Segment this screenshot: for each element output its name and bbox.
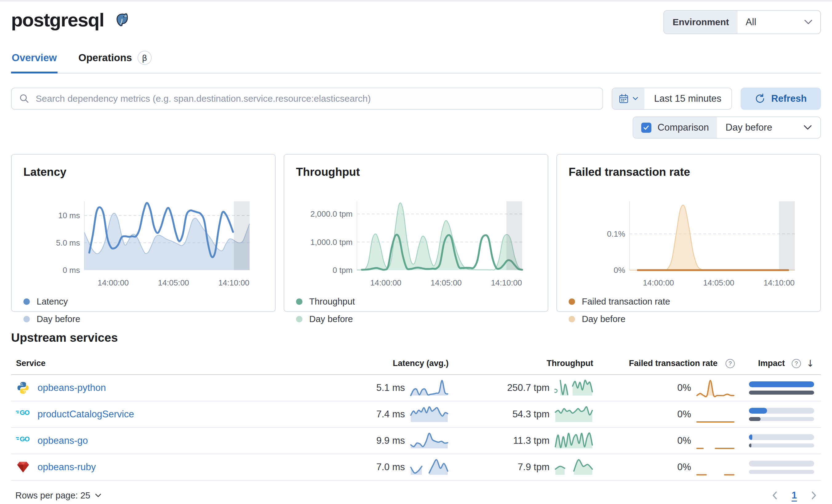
previous-page-button[interactable] — [772, 491, 778, 500]
chart-title: Latency — [23, 166, 263, 178]
throughput-value: 7.9 tpm — [518, 461, 549, 473]
latency-sparkline — [410, 405, 449, 424]
sort-desc-icon: ↓ — [806, 358, 814, 369]
throughput-value: 11.3 tpm — [513, 435, 549, 446]
search-input[interactable] — [35, 93, 595, 104]
failed-rate-chart[interactable]: 0.1%0%14:00:0014:05:0014:10:00 — [569, 196, 809, 290]
page-number[interactable]: 1 — [792, 490, 797, 501]
search-icon — [19, 93, 29, 104]
page-title: postgresql — [11, 9, 104, 31]
column-impact[interactable]: Impact?↓ — [735, 353, 821, 374]
svg-text:14:10:00: 14:10:00 — [763, 278, 795, 287]
legend-item[interactable]: Day before — [569, 314, 809, 324]
legend-item[interactable]: Latency — [23, 297, 263, 307]
latency-card: Latency 10 ms5.0 ms0 ms14:00:0014:05:001… — [11, 154, 276, 312]
svg-text:14:10:00: 14:10:00 — [491, 278, 522, 287]
next-page-button[interactable] — [811, 491, 816, 500]
table-row: GO productCatalogService 7.4 ms 54.3 tpm… — [11, 401, 821, 428]
failed-rate-sparkline — [696, 457, 735, 477]
svg-text:14:00:00: 14:00:00 — [643, 278, 674, 287]
svg-text:14:10:00: 14:10:00 — [218, 278, 249, 287]
legend-dot — [23, 299, 30, 305]
impact-bars — [749, 461, 814, 474]
refresh-button[interactable]: Refresh — [740, 88, 821, 110]
toolbar: Last 15 minutes Refresh — [11, 88, 821, 110]
chevron-down-icon — [804, 20, 812, 25]
time-range-picker[interactable]: Last 15 minutes — [612, 88, 732, 110]
legend-item[interactable]: Day before — [296, 314, 536, 324]
svg-text:10 ms: 10 ms — [58, 211, 80, 220]
svg-text:GO: GO — [20, 435, 29, 443]
svg-text:0%: 0% — [614, 265, 625, 275]
failed-rate-sparkline — [696, 378, 735, 397]
ruby-icon — [16, 460, 30, 474]
latency-value: 7.0 ms — [376, 461, 405, 473]
calendar-icon — [619, 93, 629, 104]
tab-bar: Overview Operations β — [11, 46, 821, 74]
latency-chart[interactable]: 10 ms5.0 ms0 ms14:00:0014:05:0014:10:00 — [23, 196, 263, 290]
svg-text:14:00:00: 14:00:00 — [370, 278, 401, 287]
impact-bars — [749, 434, 814, 447]
column-failed-rate[interactable]: Failed transaction rate? — [593, 354, 735, 374]
latency-value: 5.1 ms — [376, 382, 405, 393]
legend-dot — [23, 316, 30, 323]
calendar-menu[interactable] — [612, 88, 644, 109]
comparison-select[interactable]: Day before — [717, 117, 820, 138]
svg-text:14:05:00: 14:05:00 — [431, 278, 462, 287]
latency-sparkline — [410, 457, 449, 477]
legend-item[interactable]: Failed transaction rate — [569, 297, 809, 307]
table-header: Service Latency (avg.) Throughput Failed… — [11, 353, 821, 375]
failed-rate-sparkline — [696, 405, 735, 424]
refresh-icon — [755, 93, 765, 104]
failed-rate-card: Failed transaction rate 0.1%0%14:00:0014… — [556, 154, 821, 312]
column-latency[interactable]: Latency (avg.) — [316, 354, 449, 374]
comparison-checkbox-group[interactable]: Comparison — [633, 117, 717, 138]
svg-text:5.0 ms: 5.0 ms — [56, 238, 80, 247]
environment-value: All — [746, 17, 756, 28]
service-link[interactable]: opbeans-go — [37, 435, 88, 446]
time-range-value[interactable]: Last 15 minutes — [644, 88, 731, 109]
svg-text:14:05:00: 14:05:00 — [703, 278, 734, 287]
legend-dot — [296, 316, 303, 323]
help-icon[interactable]: ? — [726, 359, 735, 368]
section-title: Upstream services — [11, 331, 821, 344]
throughput-card: Throughput 2,000.0 tpm1,000.0 tpm0 tpm14… — [284, 154, 548, 312]
tab-overview[interactable]: Overview — [11, 46, 57, 74]
svg-text:2,000.0 tpm: 2,000.0 tpm — [310, 209, 353, 219]
legend-item[interactable]: Throughput — [296, 297, 536, 307]
comparison-control: Comparison Day before — [633, 116, 821, 139]
environment-select[interactable]: Environment All — [664, 10, 821, 34]
table-row: opbeans-python 5.1 ms 250.7 tpm 0% — [11, 375, 821, 401]
legend-item[interactable]: Day before — [23, 314, 263, 324]
throughput-chart[interactable]: 2,000.0 tpm1,000.0 tpm0 tpm14:00:0014:05… — [296, 196, 536, 290]
search-box[interactable] — [11, 88, 603, 110]
chart-title: Failed transaction rate — [569, 166, 809, 178]
throughput-sparkline — [554, 405, 593, 424]
help-icon[interactable]: ? — [792, 359, 801, 368]
rows-per-page-selector[interactable]: Rows per page: 25 — [16, 491, 101, 501]
throughput-sparkline — [554, 431, 593, 450]
postgresql-icon — [113, 12, 130, 29]
comparison-checkbox[interactable] — [641, 122, 651, 133]
legend-dot — [296, 299, 303, 305]
go-icon: GO — [16, 433, 30, 448]
impact-bars — [749, 382, 814, 395]
comparison-label: Comparison — [657, 122, 709, 133]
svg-text:0 tpm: 0 tpm — [333, 265, 353, 275]
page-header: postgresql Environment All — [11, 2, 821, 34]
tab-operations[interactable]: Operations β — [78, 46, 152, 74]
service-link[interactable]: opbeans-python — [37, 382, 106, 393]
column-throughput[interactable]: Throughput — [449, 354, 593, 374]
table-row: GO opbeans-go 9.9 ms 11.3 tpm 0% — [11, 428, 821, 454]
throughput-sparkline — [554, 378, 593, 397]
svg-text:GO: GO — [20, 409, 29, 416]
service-link[interactable]: productCatalogService — [37, 409, 134, 420]
table-footer: Rows per page: 25 1 — [11, 490, 821, 504]
service-link[interactable]: opbeans-ruby — [37, 461, 96, 473]
failed-rate-value: 0% — [677, 409, 691, 420]
metric-cards: Latency 10 ms5.0 ms0 ms14:00:0014:05:001… — [11, 154, 821, 312]
upstream-services-section: Upstream services Service Latency (avg.)… — [11, 331, 821, 504]
svg-text:0.1%: 0.1% — [607, 229, 625, 239]
go-icon: GO — [16, 407, 30, 421]
throughput-sparkline — [554, 457, 593, 477]
